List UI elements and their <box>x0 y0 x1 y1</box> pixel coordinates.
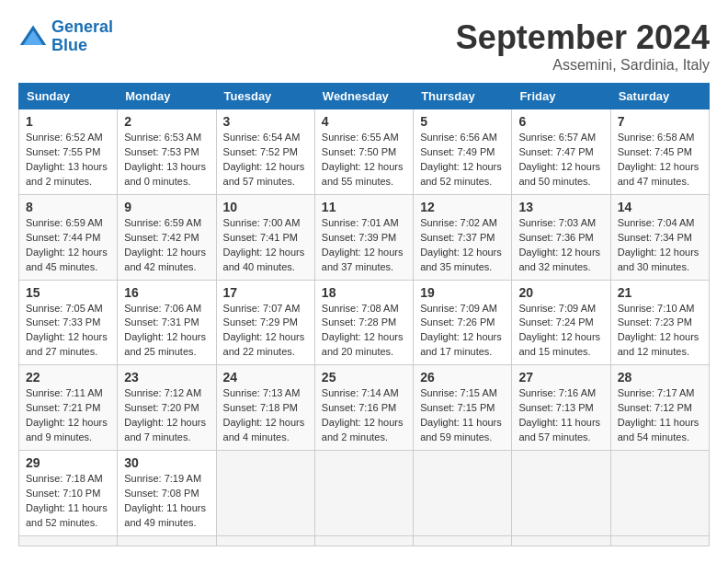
calendar-cell: 30Sunrise: 7:19 AMSunset: 7:08 PMDayligh… <box>118 451 216 536</box>
calendar-cell: 16Sunrise: 7:06 AMSunset: 7:31 PMDayligh… <box>118 280 216 365</box>
day-number: 10 <box>223 200 308 214</box>
calendar-cell: 6Sunrise: 6:57 AMSunset: 7:47 PMDaylight… <box>512 109 610 195</box>
day-number: 22 <box>26 370 110 385</box>
calendar-cell: 13Sunrise: 7:03 AMSunset: 7:36 PMDayligh… <box>512 194 610 280</box>
calendar-cell <box>216 451 314 536</box>
day-info: Sunrise: 7:08 AMSunset: 7:28 PMDaylight:… <box>322 302 406 361</box>
calendar-row-4: 22Sunrise: 7:11 AMSunset: 7:21 PMDayligh… <box>19 365 710 451</box>
calendar-cell: 9Sunrise: 6:59 AMSunset: 7:42 PMDaylight… <box>118 194 216 280</box>
logo-icon <box>18 22 48 52</box>
calendar-cell: 10Sunrise: 7:00 AMSunset: 7:41 PMDayligh… <box>216 194 314 280</box>
col-friday: Friday <box>512 84 610 109</box>
day-number: 14 <box>618 200 702 214</box>
day-number: 16 <box>124 285 209 300</box>
calendar-cell: 18Sunrise: 7:08 AMSunset: 7:28 PMDayligh… <box>314 280 413 365</box>
calendar-cell <box>118 535 216 546</box>
day-info: Sunrise: 7:17 AMSunset: 7:12 PMDaylight:… <box>618 386 702 445</box>
day-info: Sunrise: 6:58 AMSunset: 7:45 PMDaylight:… <box>618 131 702 190</box>
calendar-cell: 11Sunrise: 7:01 AMSunset: 7:39 PMDayligh… <box>314 194 413 280</box>
day-info: Sunrise: 6:59 AMSunset: 7:42 PMDaylight:… <box>124 216 209 275</box>
calendar-cell: 5Sunrise: 6:56 AMSunset: 7:49 PMDaylight… <box>414 109 512 195</box>
calendar-cell <box>314 451 413 536</box>
calendar-table: Sunday Monday Tuesday Wednesday Thursday… <box>18 83 710 546</box>
calendar-cell: 19Sunrise: 7:09 AMSunset: 7:26 PMDayligh… <box>414 280 512 365</box>
col-thursday: Thursday <box>414 84 512 109</box>
day-number: 25 <box>322 370 406 385</box>
header-row: Sunday Monday Tuesday Wednesday Thursday… <box>19 84 710 109</box>
day-info: Sunrise: 7:06 AMSunset: 7:31 PMDaylight:… <box>124 302 209 361</box>
calendar-cell: 24Sunrise: 7:13 AMSunset: 7:18 PMDayligh… <box>216 365 314 451</box>
logo-general: General <box>51 17 113 36</box>
day-number: 7 <box>618 114 702 129</box>
day-number: 24 <box>223 370 308 385</box>
calendar-cell: 2Sunrise: 6:53 AMSunset: 7:53 PMDaylight… <box>118 109 216 195</box>
day-info: Sunrise: 7:01 AMSunset: 7:39 PMDaylight:… <box>322 216 406 275</box>
calendar-cell: 1Sunrise: 6:52 AMSunset: 7:55 PMDaylight… <box>19 109 118 195</box>
calendar-cell: 22Sunrise: 7:11 AMSunset: 7:21 PMDayligh… <box>19 365 118 451</box>
day-info: Sunrise: 7:16 AMSunset: 7:13 PMDaylight:… <box>518 386 603 445</box>
calendar-row-2: 8Sunrise: 6:59 AMSunset: 7:44 PMDaylight… <box>19 194 710 280</box>
calendar-cell: 3Sunrise: 6:54 AMSunset: 7:52 PMDaylight… <box>216 109 314 195</box>
day-info: Sunrise: 7:09 AMSunset: 7:26 PMDaylight:… <box>420 302 505 361</box>
day-number: 12 <box>420 200 505 214</box>
col-saturday: Saturday <box>610 84 709 109</box>
day-number: 27 <box>518 370 603 385</box>
calendar-cell: 20Sunrise: 7:09 AMSunset: 7:24 PMDayligh… <box>512 280 610 365</box>
title-block: September 2024 Assemini, Sardinia, Italy <box>456 18 710 74</box>
calendar-cell: 7Sunrise: 6:58 AMSunset: 7:45 PMDaylight… <box>610 109 709 195</box>
day-number: 18 <box>322 285 406 300</box>
day-info: Sunrise: 7:05 AMSunset: 7:33 PMDaylight:… <box>26 302 110 361</box>
calendar-cell: 4Sunrise: 6:55 AMSunset: 7:50 PMDaylight… <box>314 109 413 195</box>
day-info: Sunrise: 6:53 AMSunset: 7:53 PMDaylight:… <box>124 131 209 190</box>
calendar-cell <box>610 535 709 546</box>
calendar-row-6 <box>19 535 710 546</box>
day-number: 5 <box>420 114 505 129</box>
day-info: Sunrise: 6:52 AMSunset: 7:55 PMDaylight:… <box>26 131 110 190</box>
calendar-cell <box>414 451 512 536</box>
col-tuesday: Tuesday <box>216 84 314 109</box>
logo: General Blue <box>18 18 113 55</box>
col-monday: Monday <box>118 84 216 109</box>
day-number: 30 <box>124 455 209 470</box>
calendar-row-5: 29Sunrise: 7:18 AMSunset: 7:10 PMDayligh… <box>19 451 710 536</box>
day-number: 26 <box>420 370 505 385</box>
day-info: Sunrise: 6:55 AMSunset: 7:50 PMDaylight:… <box>322 131 406 190</box>
day-number: 9 <box>124 200 209 214</box>
calendar-cell: 29Sunrise: 7:18 AMSunset: 7:10 PMDayligh… <box>19 451 118 536</box>
calendar-cell: 8Sunrise: 6:59 AMSunset: 7:44 PMDaylight… <box>19 194 118 280</box>
calendar-cell <box>610 451 709 536</box>
day-number: 13 <box>518 200 603 214</box>
calendar-cell: 26Sunrise: 7:15 AMSunset: 7:15 PMDayligh… <box>414 365 512 451</box>
logo-blue: Blue <box>51 36 87 54</box>
page-header: General Blue September 2024 Assemini, Sa… <box>18 18 710 74</box>
day-info: Sunrise: 6:59 AMSunset: 7:44 PMDaylight:… <box>26 216 110 275</box>
day-info: Sunrise: 7:02 AMSunset: 7:37 PMDaylight:… <box>420 216 505 275</box>
day-number: 23 <box>124 370 209 385</box>
calendar-cell: 12Sunrise: 7:02 AMSunset: 7:37 PMDayligh… <box>414 194 512 280</box>
calendar-cell: 28Sunrise: 7:17 AMSunset: 7:12 PMDayligh… <box>610 365 709 451</box>
calendar-cell <box>512 535 610 546</box>
calendar-cell: 17Sunrise: 7:07 AMSunset: 7:29 PMDayligh… <box>216 280 314 365</box>
day-number: 6 <box>518 114 603 129</box>
calendar-row-1: 1Sunrise: 6:52 AMSunset: 7:55 PMDaylight… <box>19 109 710 195</box>
day-info: Sunrise: 7:12 AMSunset: 7:20 PMDaylight:… <box>124 386 209 445</box>
day-number: 28 <box>618 370 702 385</box>
day-number: 19 <box>420 285 505 300</box>
day-number: 29 <box>26 455 110 470</box>
calendar-cell <box>314 535 413 546</box>
day-info: Sunrise: 7:03 AMSunset: 7:36 PMDaylight:… <box>518 216 603 275</box>
day-info: Sunrise: 6:54 AMSunset: 7:52 PMDaylight:… <box>223 131 308 190</box>
day-info: Sunrise: 7:13 AMSunset: 7:18 PMDaylight:… <box>223 386 308 445</box>
day-info: Sunrise: 7:00 AMSunset: 7:41 PMDaylight:… <box>223 216 308 275</box>
day-info: Sunrise: 7:19 AMSunset: 7:08 PMDaylight:… <box>124 472 209 531</box>
calendar-cell: 25Sunrise: 7:14 AMSunset: 7:16 PMDayligh… <box>314 365 413 451</box>
day-info: Sunrise: 7:15 AMSunset: 7:15 PMDaylight:… <box>420 386 505 445</box>
day-number: 15 <box>26 285 110 300</box>
calendar-cell: 27Sunrise: 7:16 AMSunset: 7:13 PMDayligh… <box>512 365 610 451</box>
day-info: Sunrise: 6:56 AMSunset: 7:49 PMDaylight:… <box>420 131 505 190</box>
calendar-cell: 14Sunrise: 7:04 AMSunset: 7:34 PMDayligh… <box>610 194 709 280</box>
day-info: Sunrise: 7:11 AMSunset: 7:21 PMDaylight:… <box>26 386 110 445</box>
day-number: 3 <box>223 114 308 129</box>
day-number: 4 <box>322 114 406 129</box>
location: Assemini, Sardinia, Italy <box>456 57 710 74</box>
